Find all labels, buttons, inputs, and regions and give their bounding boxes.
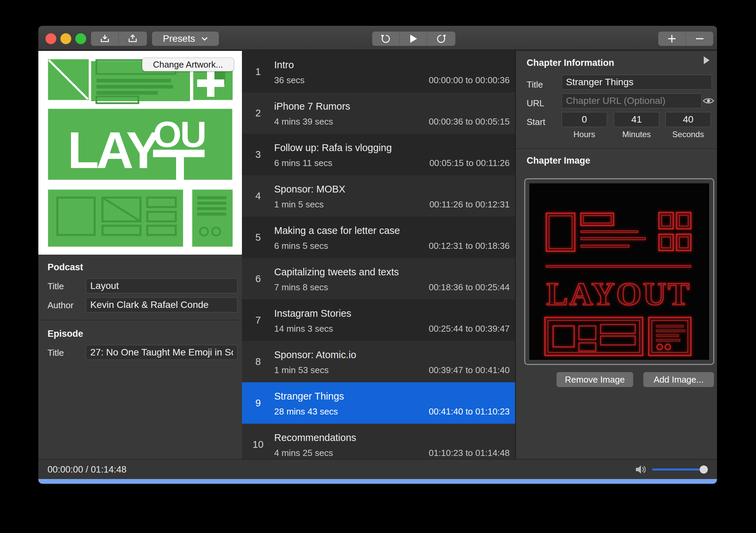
speaker-icon [635, 465, 647, 474]
stranger-things-layout-graphic: LAYOUT [529, 183, 709, 360]
chapter-row[interactable]: 7Instagram Stories14 mins 3 secs00:25:44… [242, 299, 515, 341]
chapter-row-subline: 6 mins 5 secs00:12:31 to 00:18:36 [274, 241, 510, 251]
chapter-number: 9 [242, 382, 274, 424]
chapter-title: Sponsor: MOBX [274, 184, 510, 195]
chapter-duration: 4 mins 39 secs [274, 116, 333, 127]
seek-strip[interactable] [38, 479, 717, 484]
play-button[interactable] [400, 32, 427, 46]
presets-label: Presets [163, 33, 195, 44]
chapter-title: Capitalizing tweets and texts [274, 266, 510, 278]
chapter-number: 5 [242, 217, 274, 258]
chapter-row-content: Sponsor: Atomic.io1 min 53 secs00:39:47 … [274, 341, 515, 382]
zoom-button[interactable] [75, 33, 86, 44]
chapter-number: 6 [242, 258, 274, 299]
chapter-duration: 4 mins 25 secs [274, 448, 333, 458]
chapter-url-input[interactable] [562, 93, 702, 108]
export-button[interactable] [119, 32, 147, 46]
add-chapter-button[interactable] [658, 32, 686, 46]
artwork-logo-t-stem [176, 157, 184, 180]
remove-image-button[interactable]: Remove Image [556, 372, 633, 387]
chapter-image-logo-text: LAYOUT [546, 276, 691, 312]
chapter-number: 1 [242, 51, 274, 92]
chapter-row[interactable]: 10Recommendations4 mins 25 secs01:10:23 … [242, 424, 515, 459]
chapter-row-content: Intro36 secs00:00:00 to 00:00:36 [274, 51, 515, 92]
left-panel: LAY OU [38, 51, 242, 459]
chapter-row-content: Recommendations4 mins 25 secs01:10:23 to… [274, 424, 515, 459]
chapter-row[interactable]: 6Capitalizing tweets and texts7 mins 8 s… [242, 258, 515, 299]
panel-divider [516, 148, 717, 149]
section-divider [38, 320, 242, 320]
import-export-segment [91, 32, 147, 46]
chapter-row-subline: 7 mins 8 secs00:18:36 to 00:25:44 [274, 282, 510, 293]
chapter-url-label: URL [527, 98, 544, 109]
chapter-title: Intro [274, 59, 510, 71]
chapter-duration: 36 secs [274, 75, 305, 86]
content-area: LAY OU [38, 51, 717, 459]
chapter-row[interactable]: 2iPhone 7 Rumors4 mins 39 secs00:00:36 t… [242, 92, 515, 134]
app-window: Presets [38, 26, 717, 484]
minutes-unit-label: Minutes [614, 130, 659, 139]
chapter-image-frame: LAYOUT [524, 178, 714, 365]
chapter-row-subline: 4 mins 25 secs01:10:23 to 01:14:48 [274, 448, 510, 458]
hours-unit-label: Hours [562, 130, 607, 139]
playback-segment [372, 32, 455, 46]
chapter-title: Making a case for letter case [274, 225, 510, 236]
start-hours-input[interactable] [562, 112, 607, 127]
add-image-button[interactable]: Add Image... [643, 372, 714, 387]
chapter-time-range: 00:05:15 to 00:11:26 [429, 158, 510, 168]
change-artwork-button[interactable]: Change Artwork... [142, 58, 234, 71]
podcast-author-input[interactable] [86, 297, 238, 312]
chapter-title-label: Title [527, 79, 543, 90]
chevron-down-icon [201, 37, 208, 41]
close-button[interactable] [45, 33, 56, 44]
chapter-row[interactable]: 9Stranger Things28 mins 43 secs00:41:40 … [242, 382, 515, 424]
chapter-row-content: iPhone 7 Rumors4 mins 39 secs00:00:36 to… [274, 92, 515, 134]
chapter-number: 8 [242, 341, 274, 382]
chapter-image-preview: LAYOUT [529, 183, 709, 360]
chapter-row[interactable]: 1Intro36 secs00:00:00 to 00:00:36 [242, 51, 515, 92]
chapter-time-range: 00:25:44 to 00:39:47 [429, 324, 510, 334]
minimize-button[interactable] [60, 33, 71, 44]
chapter-title-input[interactable] [562, 75, 712, 90]
seconds-unit-label: Seconds [665, 130, 711, 139]
chapter-image-title: Chapter Image [527, 155, 590, 166]
chapter-duration: 28 mins 43 secs [274, 406, 338, 417]
chapter-row[interactable]: 3Follow up: Rafa is vlogging6 mins 11 se… [242, 134, 515, 175]
chapter-row[interactable]: 4Sponsor: MOBX1 min 5 secs00:11:26 to 00… [242, 175, 515, 217]
skip-forward-button[interactable] [427, 32, 455, 46]
chapter-row-content: Capitalizing tweets and texts7 mins 8 se… [274, 258, 515, 299]
toolbar: Presets [38, 26, 717, 50]
chapter-duration: 1 min 53 secs [274, 365, 328, 375]
podcast-episode-fields: Podcast Title Author Episode Title [38, 255, 242, 459]
chapter-row[interactable]: 8Sponsor: Atomic.io1 min 53 secs00:39:47… [242, 341, 515, 382]
presets-dropdown[interactable]: Presets [152, 32, 219, 46]
start-seconds-input[interactable] [665, 112, 711, 127]
chapter-row[interactable]: 5Making a case for letter case6 mins 5 s… [242, 217, 515, 258]
eye-icon [703, 97, 714, 105]
minus-icon [695, 34, 704, 43]
volume-knob[interactable] [700, 465, 708, 474]
import-button[interactable] [91, 32, 119, 46]
chapter-number: 7 [242, 299, 274, 341]
play-icon [409, 34, 418, 44]
remove-chapter-button[interactable] [686, 32, 713, 46]
chapter-row-subline: 14 mins 3 secs00:25:44 to 00:39:47 [274, 324, 510, 334]
skip-back-button[interactable] [372, 32, 400, 46]
chapter-row-content: Instagram Stories14 mins 3 secs00:25:44 … [274, 299, 515, 341]
start-minutes-input[interactable] [614, 112, 659, 127]
chapter-detail-panel: Chapter Information Title URL Start Hour… [516, 51, 717, 459]
podcast-artwork: LAY OU [38, 51, 242, 255]
plus-icon [667, 34, 677, 43]
podcast-title-input[interactable] [86, 278, 238, 293]
url-preview-toggle[interactable] [703, 97, 714, 106]
episode-title-input[interactable] [86, 345, 238, 360]
time-display: 00:00:00 / 01:14:48 [48, 464, 127, 475]
play-chapter-button[interactable] [704, 56, 710, 66]
add-remove-segment [658, 32, 713, 46]
volume-slider[interactable] [652, 468, 705, 471]
chapter-duration: 14 mins 3 secs [274, 324, 333, 334]
episode-section-title: Episode [48, 329, 83, 339]
chapter-row-subline: 1 min 5 secs00:11:26 to 00:12:31 [274, 199, 510, 210]
play-triangle-icon [704, 56, 710, 64]
chapter-number: 4 [242, 175, 274, 217]
